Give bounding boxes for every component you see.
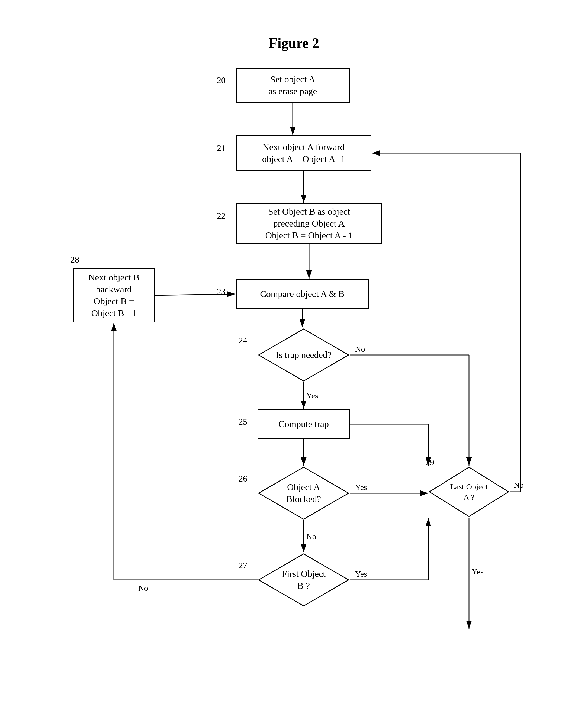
step-22-box: Set Object B as object preceding Object … [236,203,382,244]
svg-text:Yes: Yes [355,569,367,578]
step-23-label: 23 [217,287,225,297]
step-28-box: Next object B backward Object B = Object… [73,268,155,322]
step-27-label: 27 [238,561,247,571]
step-23-box: Compare object A & B [236,279,369,309]
figure-title: Figure 2 [0,35,588,51]
step-24-label: 24 [238,336,247,346]
step-21-box: Next object A forward object A = Object … [236,135,371,171]
step-22-label: 22 [217,211,225,221]
svg-text:Yes: Yes [306,391,318,400]
step-26-diamond: Object A Blocked? [258,466,350,520]
step-20-label: 20 [217,75,225,85]
step-27-diamond: First Object B ? [258,553,350,607]
step-25-box: Compute trap [258,409,350,439]
svg-text:Yes: Yes [355,483,367,491]
step-20-box: Set object A as erase page [236,68,350,103]
svg-text:No: No [514,480,524,489]
step-21-label: 21 [217,143,225,153]
step-28-label: 28 [70,255,79,265]
step-26-label: 26 [238,474,247,484]
step-24-diamond: Is trap needed? [258,328,350,382]
step-29-label: 29 [426,457,434,467]
svg-text:No: No [306,532,316,541]
step-29-diamond: Last Object A ? [428,466,510,518]
step-25-label: 25 [238,417,247,427]
svg-text:No: No [355,344,365,353]
svg-text:No: No [138,583,148,592]
svg-text:Yes: Yes [472,567,484,576]
